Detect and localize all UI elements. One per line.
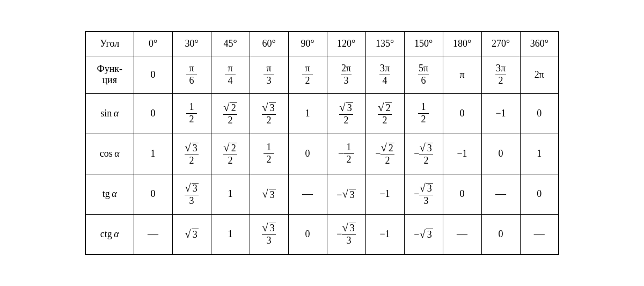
cos-60: 1 2 bbox=[250, 134, 288, 174]
sin-45: √2 2 bbox=[211, 93, 250, 134]
tg-30-val: √3 3 bbox=[185, 182, 198, 207]
pi-over-2-num: π bbox=[302, 63, 313, 75]
pi-over-3-den: 3 bbox=[267, 75, 272, 86]
tg-30: √3 3 bbox=[172, 174, 211, 214]
angle-0: 0° bbox=[134, 32, 172, 56]
tg-90: — bbox=[288, 174, 327, 214]
2pi-over-3: 2π 3 bbox=[341, 63, 352, 86]
sin-60-val: √3 2 bbox=[262, 101, 275, 126]
ctg-label: ctg α bbox=[85, 214, 134, 254]
rad-270: 3π 2 bbox=[481, 56, 520, 93]
angle-270: 270° bbox=[481, 32, 520, 56]
tg-0: 0 bbox=[134, 174, 172, 214]
rad-90: π 2 bbox=[288, 56, 327, 93]
ctg-row: ctg α — √3 1 √3 3 0 bbox=[85, 214, 559, 254]
ctg-30: √3 bbox=[172, 214, 211, 254]
tg-180: 0 bbox=[443, 174, 481, 214]
sin-270: −1 bbox=[481, 93, 520, 134]
sin-90: 1 bbox=[288, 93, 327, 134]
sqrt2-135c-icon: √2 bbox=[380, 142, 394, 154]
pi-over-4-den: 4 bbox=[228, 75, 233, 86]
tg-45: 1 bbox=[211, 174, 250, 214]
angle-60: 60° bbox=[250, 32, 288, 56]
sin-180: 0 bbox=[443, 93, 481, 134]
sqrt2-135-icon: √2 bbox=[378, 101, 391, 114]
cos-90: 0 bbox=[288, 134, 327, 174]
sqrt3-60ct-icon: √3 bbox=[262, 222, 275, 234]
cos-45-val: √2 2 bbox=[223, 142, 237, 166]
sin-label: sin α bbox=[85, 93, 134, 134]
sqrt3-30-icon: √3 bbox=[185, 142, 198, 154]
angle-180: 180° bbox=[443, 32, 481, 56]
tg-row: tg α 0 √3 3 1 √3 — − bbox=[85, 174, 559, 214]
tg-label: tg α bbox=[85, 174, 134, 214]
pi-over-6-den: 6 bbox=[189, 75, 194, 86]
tg-60: √3 bbox=[250, 174, 288, 214]
cos-150-val: − √3 2 bbox=[414, 142, 433, 166]
rad-120: 2π 3 bbox=[327, 56, 365, 93]
pi-over-4: π 4 bbox=[225, 63, 236, 86]
ctg-180: — bbox=[443, 214, 481, 254]
sin-45-val: √2 2 bbox=[223, 101, 237, 126]
cos-120: − 1 2 bbox=[327, 134, 365, 174]
pi-over-4-num: π bbox=[225, 63, 236, 75]
tg-135: −1 bbox=[365, 174, 404, 214]
radian-label-text: Функ-ция bbox=[97, 63, 122, 85]
angle-90: 90° bbox=[288, 32, 327, 56]
sqrt3-150c-icon: √3 bbox=[419, 142, 433, 154]
pi-over-2-den: 2 bbox=[305, 75, 310, 86]
5pi-over-6: 5π 6 bbox=[418, 63, 429, 86]
rad-30: π 6 bbox=[172, 56, 211, 93]
rad-60: π 3 bbox=[250, 56, 288, 93]
sin-150-val: 1 2 bbox=[418, 102, 429, 125]
rad-150: 5π 6 bbox=[404, 56, 443, 93]
tg-360: 0 bbox=[520, 174, 559, 214]
sin-30: 1 2 bbox=[172, 93, 211, 134]
pi-over-6: π 6 bbox=[186, 63, 197, 86]
rad-360: 2π bbox=[520, 56, 559, 93]
3pi-over-4-den: 4 bbox=[383, 75, 387, 86]
tg-150-val: − √3 3 bbox=[414, 182, 433, 207]
ctg-135: −1 bbox=[365, 214, 404, 254]
trig-table: Угол 0° 30° 45° 60° 90° 120° 135° 150° 1… bbox=[85, 31, 559, 255]
cos-30-val: √3 2 bbox=[185, 142, 198, 166]
pi-over-3: π 3 bbox=[264, 63, 274, 86]
sin-120-val: √3 2 bbox=[339, 101, 353, 126]
cos-150: − √3 2 bbox=[404, 134, 443, 174]
sqrt3-30t-icon: √3 bbox=[185, 182, 198, 194]
angle-header-row: Угол 0° 30° 45° 60° 90° 120° 135° 150° 1… bbox=[85, 32, 559, 56]
5pi-over-6-num: 5π bbox=[418, 63, 429, 75]
sqrt3-30ct-icon: √3 bbox=[185, 228, 198, 240]
tg-270: — bbox=[481, 174, 520, 214]
angle-360: 360° bbox=[520, 32, 559, 56]
cos-270: 0 bbox=[481, 134, 520, 174]
sqrt3-150ct-icon: √3 bbox=[419, 228, 433, 240]
pi-over-2: π 2 bbox=[302, 63, 313, 86]
5pi-over-6-den: 6 bbox=[421, 75, 426, 86]
rad-180: π bbox=[443, 56, 481, 93]
ctg-45: 1 bbox=[211, 214, 250, 254]
sqrt3-icon: √3 bbox=[262, 101, 275, 114]
sqrt2-icon: √2 bbox=[223, 101, 237, 114]
rad-45: π 4 bbox=[211, 56, 250, 93]
ctg-120: − √3 3 bbox=[327, 214, 365, 254]
ctg-120-val: − √3 3 bbox=[336, 222, 356, 246]
sin-0: 0 bbox=[134, 93, 172, 134]
ctg-360: — bbox=[520, 214, 559, 254]
angle-label-cell: Угол bbox=[85, 32, 134, 56]
sqrt3-150t-icon: √3 bbox=[419, 182, 433, 194]
3pi-over-4-num: 3π bbox=[379, 63, 390, 75]
sin-360: 0 bbox=[520, 93, 559, 134]
angle-150: 150° bbox=[404, 32, 443, 56]
cos-row: cos α 1 √3 2 √2 bbox=[85, 134, 559, 174]
angle-45: 45° bbox=[211, 32, 250, 56]
cos-30: √3 2 bbox=[172, 134, 211, 174]
cos-180: −1 bbox=[443, 134, 481, 174]
sin-120: √3 2 bbox=[327, 93, 365, 134]
2pi-over-3-den: 3 bbox=[344, 75, 349, 86]
angle-120: 120° bbox=[327, 32, 365, 56]
cos-135: − √2 2 bbox=[365, 134, 404, 174]
cos-60-val: 1 2 bbox=[264, 142, 274, 165]
sqrt2-45c-icon: √2 bbox=[223, 142, 237, 154]
sin-150: 1 2 bbox=[404, 93, 443, 134]
